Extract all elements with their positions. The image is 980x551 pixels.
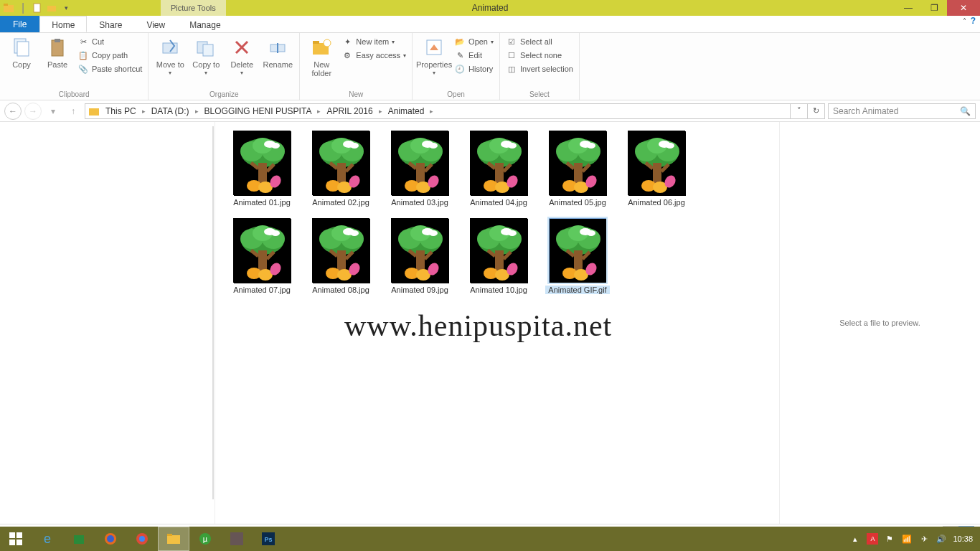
taskbar-utorrent-icon[interactable]: µ <box>189 527 221 551</box>
splitter-handle[interactable] <box>212 126 214 499</box>
ribbon-group-organize: Move to▾ Copy to▾ Delete▾ Rename Organiz… <box>149 33 300 100</box>
back-button[interactable]: ← <box>4 103 22 120</box>
new-doc-icon[interactable] <box>32 2 43 14</box>
svg-rect-135 <box>574 250 583 272</box>
file-item[interactable]: Animated GIF.gif <box>545 218 610 294</box>
taskbar-firefox-icon[interactable] <box>95 527 126 551</box>
file-item[interactable]: Animated 04.jpg <box>466 131 531 207</box>
tab-view[interactable]: View <box>134 16 177 32</box>
file-item[interactable]: Animated 09.jpg <box>387 218 452 294</box>
taskbar-chrome-icon[interactable] <box>126 527 158 551</box>
taskbar-app-icon[interactable] <box>221 527 253 551</box>
file-item[interactable]: Animated 03.jpg <box>387 131 452 207</box>
breadcrumb-item[interactable]: Animated <box>385 106 437 116</box>
file-name: Animated 02.jpg <box>308 198 373 207</box>
breadcrumb-item[interactable]: APRIL 2016 <box>324 106 385 116</box>
close-button[interactable]: ✕ <box>947 0 980 16</box>
rename-label: Rename <box>263 60 293 69</box>
properties-button[interactable]: Properties▾ <box>418 36 450 77</box>
new-folder-button[interactable]: New folder <box>306 36 337 77</box>
easy-access-button[interactable]: ⚙Easy access ▾ <box>341 50 406 61</box>
select-none-button[interactable]: ☐Select none <box>506 50 573 61</box>
open-button[interactable]: 📂Open ▾ <box>454 36 494 47</box>
file-item[interactable]: Animated 05.jpg <box>545 131 610 207</box>
forward-button[interactable]: → <box>24 103 42 120</box>
copy-path-button[interactable]: 📋Copy path <box>77 50 142 61</box>
svg-rect-1 <box>4 4 8 6</box>
address-dropdown-button[interactable]: ˅ <box>790 104 807 118</box>
files-view[interactable]: Animated 01.jpg Animated 02.jpg Animated… <box>215 122 779 524</box>
svg-rect-17 <box>89 108 99 116</box>
svg-rect-140 <box>17 532 22 538</box>
taskbar-store-icon[interactable] <box>63 527 95 551</box>
select-none-icon: ☐ <box>506 50 517 61</box>
watermark-text: www.henipuspita.net <box>344 309 612 343</box>
breadcrumb-item[interactable]: This PC <box>103 106 149 116</box>
breadcrumb-item[interactable]: DATA (D:) <box>149 106 202 116</box>
file-name: Animated 05.jpg <box>545 198 610 207</box>
file-thumbnail <box>391 218 448 283</box>
up-button[interactable]: ↑ <box>65 103 82 120</box>
taskbar-photoshop-icon[interactable]: Ps <box>253 527 284 551</box>
tab-share[interactable]: Share <box>87 16 134 32</box>
paste-label: Paste <box>47 60 67 69</box>
recent-locations-button[interactable]: ▾ <box>44 103 62 120</box>
edit-button[interactable]: ✎Edit <box>454 50 494 61</box>
paste-button[interactable]: Paste <box>42 36 73 69</box>
help-icon[interactable]: ? <box>971 16 976 26</box>
tray-network-icon[interactable]: 📶 <box>901 533 913 545</box>
taskbar-clock[interactable]: 10:38 <box>953 534 973 543</box>
invert-selection-button[interactable]: ◫Invert selection <box>506 63 573 75</box>
svg-point-24 <box>271 143 280 149</box>
tab-manage[interactable]: Manage <box>177 16 232 32</box>
start-button[interactable] <box>0 527 32 551</box>
breadcrumb-item[interactable]: BLOGGING HENI PUSPITA <box>202 106 324 116</box>
taskbar-ie-icon[interactable]: e <box>32 527 63 551</box>
breadcrumb-bar[interactable]: This PC DATA (D:) BLOGGING HENI PUSPITA … <box>85 103 825 119</box>
minimize-button[interactable]: — <box>895 0 921 16</box>
tray-volume-icon[interactable]: 🔊 <box>936 533 947 545</box>
move-to-button[interactable]: Move to▾ <box>154 36 186 77</box>
content-area: Animated 01.jpg Animated 02.jpg Animated… <box>0 122 980 524</box>
svg-point-35 <box>350 143 359 149</box>
refresh-button[interactable]: ↻ <box>807 104 824 118</box>
paste-shortcut-button[interactable]: 📎Paste shortcut <box>77 63 142 75</box>
file-item[interactable]: Animated 10.jpg <box>466 218 531 294</box>
easy-access-icon: ⚙ <box>341 50 353 61</box>
new-item-button[interactable]: ✦New item ▾ <box>341 36 406 47</box>
file-item[interactable]: Animated 01.jpg <box>230 131 294 207</box>
file-item[interactable]: Animated 06.jpg <box>624 131 689 207</box>
tab-file[interactable]: File <box>0 16 39 32</box>
history-button[interactable]: 🕘History <box>454 63 494 75</box>
file-thumbnail <box>628 131 685 195</box>
svg-point-147 <box>139 536 145 542</box>
tab-home[interactable]: Home <box>39 16 87 32</box>
ribbon-collapse-icon[interactable]: ˄ <box>963 17 966 25</box>
taskbar-explorer-icon[interactable] <box>158 527 189 551</box>
copy-button[interactable]: Copy <box>6 36 37 69</box>
context-tab-picture-tools[interactable]: Picture Tools <box>161 0 226 16</box>
file-item[interactable]: Animated 02.jpg <box>308 131 373 207</box>
delete-button[interactable]: Delete▾ <box>226 36 258 77</box>
navigation-pane[interactable] <box>0 122 215 524</box>
tray-antivirus-icon[interactable]: A <box>867 533 878 545</box>
tray-flag-icon[interactable]: ⚑ <box>884 533 895 545</box>
title-bar: | ▾ Picture Tools Animated — ❐ ✕ <box>0 0 980 16</box>
svg-point-112 <box>429 230 438 236</box>
file-item[interactable]: Animated 07.jpg <box>230 218 294 294</box>
new-folder-label: New folder <box>306 60 337 77</box>
select-all-button[interactable]: ☑Select all <box>506 36 573 47</box>
tray-show-hidden-icon[interactable]: ▴ <box>849 533 861 545</box>
move-to-label: Move to <box>156 60 184 69</box>
folder-small-icon[interactable] <box>46 2 57 14</box>
folder-icon <box>88 105 100 117</box>
file-item[interactable]: Animated 08.jpg <box>308 218 373 294</box>
tray-airplane-icon[interactable]: ✈ <box>918 533 930 545</box>
copy-to-button[interactable]: Copy to▾ <box>190 36 222 77</box>
cut-button[interactable]: ✂Cut <box>77 36 142 47</box>
svg-rect-91 <box>258 250 267 272</box>
rename-button[interactable]: Rename <box>262 36 293 69</box>
qat-dropdown-icon[interactable]: ▾ <box>60 2 72 14</box>
maximize-button[interactable]: ❐ <box>921 0 947 16</box>
search-input[interactable]: Search Animated 🔍 <box>828 103 976 119</box>
